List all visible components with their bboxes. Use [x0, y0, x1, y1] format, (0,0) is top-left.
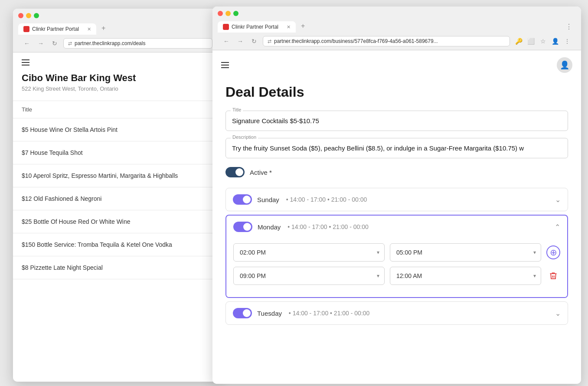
sunday-header[interactable]: Sunday • 14:00 - 17:00 • 21:00 - 00:00 ⌄ — [226, 188, 568, 211]
right-lock-icon: ⇄ — [268, 39, 271, 44]
start-time-1-wrap: 02:00 PM 03:00 PM ▾ — [233, 243, 385, 262]
bookmark-icon[interactable]: ☆ — [538, 36, 548, 46]
title-label: Title — [231, 107, 243, 112]
cast-icon[interactable]: ⬜ — [526, 36, 536, 46]
deal-row[interactable]: $150 Bottle Service: Tromba Tequila & Ke… — [13, 233, 221, 256]
right-url-text: partner.theclinkrapp.com/business/577e8f… — [274, 38, 505, 44]
right-scroll-content: Deal Details Title Description Active * — [212, 80, 581, 384]
sunday-times: • 14:00 - 17:00 • 21:00 - 00:00 — [284, 196, 367, 203]
start-time-1-select[interactable]: 02:00 PM 03:00 PM — [233, 243, 385, 262]
tab-close-icon[interactable]: ✕ — [87, 26, 91, 32]
new-tab-button[interactable]: + — [98, 22, 109, 35]
hamburger-menu[interactable] — [22, 59, 29, 65]
deal-row[interactable]: $8 Pizzette Late Night Special — [13, 256, 221, 279]
right-browser-window: Clinkr Partner Portal ✕ + ⋮ ← → ↻ ⇄ part… — [212, 7, 581, 384]
deal-row[interactable]: $7 House Tequila Shot — [13, 141, 221, 164]
active-row: Active * — [225, 165, 568, 179]
active-toggle[interactable] — [225, 167, 245, 177]
right-reload-button[interactable]: ↻ — [249, 36, 259, 46]
description-label: Description — [231, 134, 258, 140]
browser-extra-icons: 🔑 ⬜ ☆ 👤 ⋮ — [513, 36, 572, 46]
deal-row[interactable]: $12 Old Fashioned & Negroni — [13, 187, 221, 210]
left-page-header — [13, 52, 221, 72]
description-input[interactable] — [225, 138, 568, 158]
right-tab-bar: Clinkr Partner Portal ✕ + ⋮ — [218, 20, 576, 33]
delete-time-range-button[interactable] — [546, 269, 560, 283]
description-field: Description — [225, 138, 568, 158]
venue-name: Cibo Wine Bar King West — [22, 72, 212, 84]
close-button-right[interactable] — [218, 11, 223, 16]
profile-icon[interactable]: 👤 — [550, 36, 560, 46]
right-page-content: 👤 Deal Details Title Description Active … — [212, 50, 581, 384]
end-time-2-select[interactable]: 12:00 AM — [390, 267, 541, 285]
reload-button[interactable]: ↻ — [49, 38, 60, 49]
close-button[interactable] — [18, 13, 23, 18]
table-header: Title — [13, 101, 221, 118]
end-time-2-wrap: 12:00 AM ▾ — [390, 267, 541, 285]
url-text: partner.theclinkrapp.com/deals — [75, 40, 145, 46]
start-time-2-select[interactable]: 09:00 PM — [233, 267, 385, 285]
monday-label: Monday — [258, 223, 281, 231]
end-time-1-wrap: 05:00 PM ▾ — [390, 243, 541, 262]
active-tab[interactable]: Clinkr Partner Portal ✕ — [18, 23, 96, 35]
monday-expanded-content: 02:00 PM 03:00 PM ▾ 05:00 PM ▾ ⊕ — [226, 238, 567, 297]
traffic-lights-right — [218, 11, 576, 16]
right-page-header: 👤 — [212, 50, 581, 80]
right-new-tab-button[interactable]: + — [297, 20, 308, 33]
password-icon[interactable]: 🔑 — [513, 36, 524, 46]
time-range-2: 09:00 PM ▾ 12:00 AM ▾ — [233, 267, 560, 285]
tuesday-header[interactable]: Tuesday • 14:00 - 17:00 • 21:00 - 00:00 … — [226, 302, 568, 324]
browser-menu-button[interactable]: ⋮ — [562, 21, 576, 33]
active-toggle-slider — [225, 167, 245, 177]
monday-toggle-slider — [233, 222, 252, 232]
right-active-tab[interactable]: Clinkr Partner Portal ✕ — [218, 21, 296, 33]
right-tab-favicon — [223, 24, 229, 30]
sunday-schedule: Sunday • 14:00 - 17:00 • 21:00 - 00:00 ⌄ — [225, 188, 568, 211]
deal-row[interactable]: $25 Bottle Of House Red Or White Wine — [13, 210, 221, 233]
trash-icon — [549, 272, 558, 280]
tuesday-toggle-slider — [233, 308, 252, 318]
address-bar[interactable]: ⇄ partner.theclinkrapp.com/deals — [63, 38, 212, 49]
address-bar-row: ← → ↻ ⇄ partner.theclinkrapp.com/deals — [18, 35, 216, 52]
tuesday-chevron-icon: ⌄ — [555, 309, 561, 317]
venue-address: 522 King Street West, Toronto, Ontario — [22, 85, 212, 92]
right-tab-close-icon[interactable]: ✕ — [287, 24, 291, 30]
right-hamburger-menu[interactable] — [221, 62, 229, 68]
back-button[interactable]: ← — [22, 38, 32, 49]
active-label: Active * — [250, 169, 272, 176]
title-input[interactable] — [225, 111, 568, 131]
monday-toggle[interactable] — [233, 222, 252, 232]
right-tab-label: Clinkr Partner Portal — [232, 24, 284, 30]
more-icon[interactable]: ⋮ — [562, 36, 572, 46]
minimize-button-right[interactable] — [225, 11, 231, 16]
forward-button[interactable]: → — [36, 38, 46, 49]
venue-info: Cibo Wine Bar King West 522 King Street … — [13, 72, 221, 101]
deal-row[interactable]: $5 House Wine Or Stella Artois Pint — [13, 118, 221, 141]
tuesday-toggle[interactable] — [233, 308, 252, 318]
right-address-bar[interactable]: ⇄ partner.theclinkrapp.com/business/577e… — [263, 36, 510, 46]
traffic-lights — [18, 13, 216, 18]
right-back-button[interactable]: ← — [221, 36, 232, 46]
monday-header[interactable]: Monday • 14:00 - 17:00 • 21:00 - 00:00 ⌃ — [226, 216, 567, 238]
monday-chevron-icon: ⌃ — [555, 223, 560, 231]
maximize-button-right[interactable] — [233, 11, 238, 16]
monday-times: • 14:00 - 17:00 • 21:00 - 00:00 — [286, 223, 368, 230]
deal-row[interactable]: $10 Aperol Spritz, Espresso Martini, Mar… — [13, 164, 221, 187]
deals-table: Title $5 House Wine Or Stella Artois Pin… — [13, 101, 221, 382]
tab-favicon — [23, 26, 29, 32]
left-browser-chrome: Clinkr Partner Portal ✕ + ← → ↻ ⇄ partne… — [13, 9, 221, 52]
page-title: Deal Details — [225, 84, 568, 100]
minimize-button[interactable] — [26, 13, 31, 18]
sunday-toggle[interactable] — [233, 194, 252, 205]
add-time-range-button[interactable]: ⊕ — [546, 245, 560, 259]
right-address-bar-row: ← → ↻ ⇄ partner.theclinkrapp.com/busines… — [218, 33, 576, 50]
tab-label: Clinkr Partner Portal — [32, 26, 85, 32]
end-time-1-select[interactable]: 05:00 PM — [390, 243, 541, 262]
right-browser-chrome: Clinkr Partner Portal ✕ + ⋮ ← → ↻ ⇄ part… — [212, 7, 581, 50]
maximize-button[interactable] — [34, 13, 39, 18]
title-field: Title — [225, 111, 568, 131]
tuesday-label: Tuesday — [257, 310, 282, 317]
right-forward-button[interactable]: → — [235, 36, 245, 46]
lock-icon: ⇄ — [68, 41, 72, 46]
user-avatar[interactable]: 👤 — [557, 57, 572, 73]
